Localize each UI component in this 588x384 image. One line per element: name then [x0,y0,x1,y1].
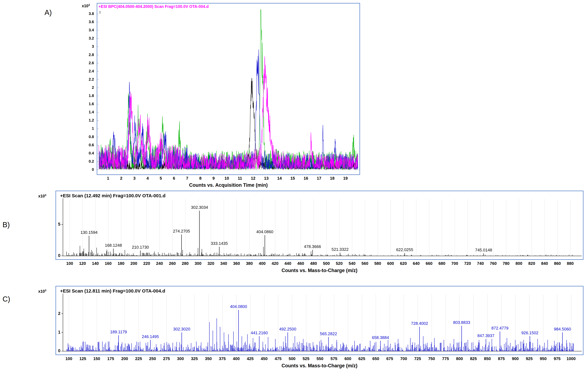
tick-label: 525 [300,356,312,361]
tick-label: 440 [282,261,294,266]
tick-label: 1 [102,176,114,181]
tick-label: 150 [90,356,103,361]
panel-b-y-scale-label: x103 [38,194,46,198]
tick-label: 400 [230,356,242,361]
panel-b-spectrum-canvas [56,191,583,259]
tick-label: 18 [326,176,339,181]
tick-label: 760 [487,261,500,266]
tick-label: 7 [181,176,193,181]
tick-label: 6 [168,176,180,181]
tick-label: 240 [153,261,166,266]
panel-a-chart-box: +ESI BPC(404.0500-404.2000) Scan Frag=10… [97,3,360,175]
panel-a-x-axis-title: Counts vs. Acquisition Time (min) [97,182,360,188]
tick-label: 300 [174,356,187,361]
tick-label: 0.2 [78,159,94,164]
tick-label: 2.2 [78,77,94,82]
tick-label: 3.4 [78,28,94,32]
tick-label: 3.2 [78,36,94,41]
tick-label: 380 [243,261,256,266]
tick-label: 580 [372,261,384,266]
tick-label: 650 [369,356,382,361]
tick-label: 1.4 [78,110,94,114]
tick-label: 325 [188,356,201,361]
tick-label: 475 [272,356,284,361]
tick-label: 825 [467,356,480,361]
tick-label: 640 [410,261,422,266]
panel-b-scale-exponent: 3 [45,194,46,197]
tick-label: 700 [448,261,461,266]
tick-label: 320 [205,261,217,266]
tick-label: 880 [564,261,577,266]
tick-label: 500 [320,261,333,266]
panel-c-x-axis-title: Counts vs. Mass-to-Charge (m/z) [56,363,584,369]
panel-a-scale-exponent: 3 [88,3,90,6]
tick-label: 500 [286,356,298,361]
panel-c-letter: C) [2,295,10,303]
tick-label: 425 [244,356,256,361]
tick-label: 260 [166,261,179,266]
tick-label: 875 [495,356,508,361]
tick-label: 950 [537,356,549,361]
tick-label: 5 [154,176,167,181]
tick-label: 550 [314,356,326,361]
tick-label: 600 [342,356,354,361]
panel-c-y-scale-label: x103 [38,289,46,294]
tick-label: 200 [128,261,140,266]
tick-label: 9 [207,176,220,181]
tick-label: 375 [216,356,229,361]
tick-label: 12 [247,176,259,181]
tick-label: 2.8 [78,53,94,57]
tick-label: 300 [192,261,204,266]
panel-b-letter: B) [2,220,10,229]
panel-a-letter: A) [44,8,52,17]
panel-c-spectrum-canvas [56,286,583,355]
tick-label: 740 [474,261,487,266]
panel-c-scale-base: x10 [38,289,45,294]
tick-label: 1.2 [78,118,94,122]
tick-label: 10 [220,176,233,181]
tick-label: 180 [115,261,127,266]
tick-label: 3.8 [78,11,94,16]
tick-label: 200 [118,356,131,361]
tick-label: 175 [104,356,117,361]
tick-label: 275 [160,356,173,361]
tick-label: 400 [256,261,269,266]
tick-label: 575 [328,356,340,361]
tick-label: 11 [234,176,246,181]
tick-label: 8 [194,176,207,181]
panel-a-scale-base: x10 [82,4,88,8]
tick-label: 660 [423,261,435,266]
tick-label: 0.8 [78,135,94,139]
tick-label: 19 [339,176,352,181]
tick-label: 675 [383,356,396,361]
tick-label: 480 [307,261,320,266]
tick-label: 0.4 [78,151,94,155]
panel-c-scale-exponent: 3 [45,289,46,292]
tick-label: 600 [384,261,397,266]
tick-label: 250 [146,356,159,361]
tick-label: 1 [78,126,94,131]
tick-label: 4 [141,176,154,181]
panel-b-chart-title: +ESI Scan (12.492 min) Frag=100.0V OTA-0… [60,193,166,198]
panel-a-chart-title: +ESI BPC(404.0500-404.2000) Scan Frag=10… [99,4,209,9]
panel-b-scale-base: x10 [38,194,45,198]
tick-label: 725 [411,356,424,361]
tick-label: 925 [523,356,536,361]
tick-label: 625 [356,356,368,361]
tick-label: 3.6 [78,20,94,24]
tick-label: 540 [346,261,358,266]
tick-label: 0 [78,167,94,172]
tick-label: 100 [63,356,75,361]
tick-label: 100 [63,261,76,266]
tick-label: 2 [78,85,94,90]
tick-label: 420 [269,261,281,266]
tick-label: 840 [538,261,551,266]
tick-label: 225 [132,356,145,361]
tick-label: 850 [481,356,494,361]
tick-label: 620 [397,261,410,266]
panel-c-chart-title: +ESI Scan (12.811 min) Frag=100.0V OTA-0… [60,288,165,294]
tick-label: 2.6 [78,61,94,65]
tick-label: 125 [77,356,89,361]
panel-a-segment-marker: 1 [99,10,101,14]
tick-label: 800 [453,356,466,361]
